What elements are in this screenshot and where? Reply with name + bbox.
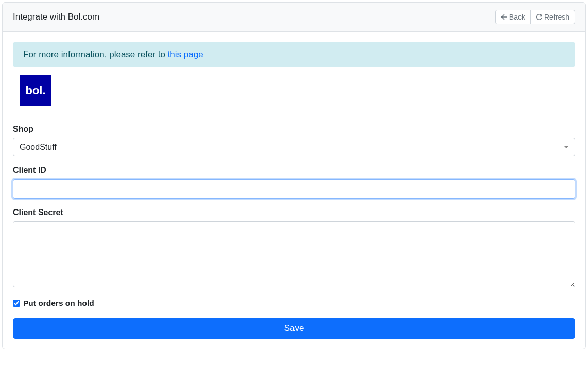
client-secret-group: Client Secret — [13, 208, 575, 289]
client-id-label: Client ID — [13, 166, 575, 175]
bol-logo-text: bol. — [25, 84, 45, 97]
client-id-input[interactable] — [13, 179, 575, 199]
client-id-group: Client ID — [13, 166, 575, 199]
client-secret-textarea[interactable] — [13, 221, 575, 287]
header-actions: Back Refresh — [495, 10, 575, 24]
back-button-label: Back — [509, 13, 525, 21]
hold-label[interactable]: Put orders on hold — [23, 299, 94, 308]
client-secret-label: Client Secret — [13, 208, 575, 217]
back-button[interactable]: Back — [495, 10, 531, 24]
page-title: Integrate with Bol.com — [13, 12, 99, 22]
text-cursor — [20, 184, 20, 194]
shop-selected-value: GoodStuff — [20, 143, 57, 152]
shop-label: Shop — [13, 125, 575, 134]
refresh-button-label: Refresh — [544, 13, 569, 21]
refresh-button[interactable]: Refresh — [530, 10, 575, 24]
refresh-icon — [536, 14, 542, 20]
shop-group: Shop GoodStuff — [13, 125, 575, 156]
arrow-left-icon — [501, 14, 507, 20]
card-body: For more information, please refer to th… — [3, 32, 585, 349]
hold-checkbox[interactable] — [13, 300, 20, 307]
alert-prefix: For more information, please refer to — [23, 49, 168, 59]
save-button[interactable]: Save — [13, 318, 575, 339]
chevron-down-icon — [564, 146, 568, 148]
bol-logo: bol. — [20, 75, 51, 106]
alert-link[interactable]: this page — [168, 49, 203, 59]
integration-card: Integrate with Bol.com Back Refresh For … — [2, 2, 586, 349]
card-header: Integrate with Bol.com Back Refresh — [3, 3, 585, 32]
hold-check: Put orders on hold — [13, 299, 575, 308]
info-alert: For more information, please refer to th… — [13, 42, 575, 67]
shop-select[interactable]: GoodStuff — [13, 138, 575, 156]
